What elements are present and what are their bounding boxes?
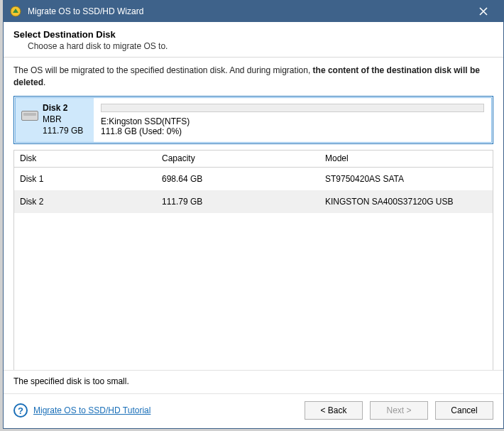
content-area: Select Destination Disk Choose a hard di… — [4, 22, 503, 428]
usage-bar — [101, 104, 484, 112]
help-area: ? Migrate OS to SSD/HD Tutorial — [13, 403, 305, 418]
page-title: Select Destination Disk — [13, 29, 493, 40]
cell-model: KINGSTON SA400S37120G USB — [319, 197, 493, 207]
back-button[interactable]: < Back — [305, 401, 363, 420]
status-message: The specified disk is too small. — [4, 370, 503, 394]
selected-disk-inner: Disk 2 MBR 111.79 GB E:Kingston SSD(NTFS… — [15, 97, 492, 143]
cell-disk: Disk 2 — [14, 197, 156, 207]
window-title: Migrate OS to SSD/HD Wizard — [28, 6, 469, 16]
partition-usage: 111.8 GB (Used: 0%) — [101, 126, 484, 136]
page-subtitle: Choose a hard disk to migrate OS to. — [13, 40, 493, 51]
cell-disk: Disk 1 — [14, 174, 156, 184]
wizard-window: Migrate OS to SSD/HD Wizard Select Desti… — [3, 0, 504, 429]
selected-disk-scheme: MBR — [43, 114, 83, 125]
col-header-disk[interactable]: Disk — [14, 153, 156, 163]
cell-model: ST9750420AS SATA — [319, 174, 493, 184]
header-section: Select Destination Disk Choose a hard di… — [4, 22, 503, 58]
selected-disk-size: 111.79 GB — [43, 125, 83, 136]
button-row: < Back Next > Cancel — [305, 401, 493, 420]
partition-label: E:Kingston SSD(NTFS) — [101, 116, 484, 126]
close-button[interactable] — [469, 1, 498, 22]
warning-text: The OS will be migrated to the specified… — [4, 58, 503, 94]
selected-disk-details: E:Kingston SSD(NTFS) 111.8 GB (Used: 0%) — [94, 98, 491, 142]
col-header-model[interactable]: Model — [319, 153, 493, 163]
col-header-capacity[interactable]: Capacity — [156, 153, 319, 163]
next-button[interactable]: Next > — [370, 401, 428, 420]
table-header: Disk Capacity Model — [14, 151, 493, 168]
selected-disk-name: Disk 2 — [43, 102, 83, 114]
app-icon — [9, 5, 22, 18]
disk-table: Disk Capacity Model Disk 1 698.64 GB ST9… — [13, 150, 493, 370]
titlebar: Migrate OS to SSD/HD Wizard — [4, 1, 503, 22]
warning-suffix: . — [43, 77, 45, 87]
disk-icon — [21, 111, 38, 121]
help-icon: ? — [13, 403, 28, 418]
close-icon — [479, 7, 488, 16]
table-row[interactable]: Disk 1 698.64 GB ST9750420AS SATA — [14, 168, 493, 190]
selected-disk-info: Disk 2 MBR 111.79 GB — [43, 102, 83, 137]
selected-disk-summary: Disk 2 MBR 111.79 GB — [16, 98, 94, 142]
cell-capacity: 111.79 GB — [156, 197, 319, 207]
tutorial-link[interactable]: Migrate OS to SSD/HD Tutorial — [33, 405, 150, 415]
cancel-button[interactable]: Cancel — [435, 401, 493, 420]
table-body: Disk 1 698.64 GB ST9750420AS SATA Disk 2… — [14, 168, 493, 370]
footer: ? Migrate OS to SSD/HD Tutorial < Back N… — [4, 394, 503, 428]
table-row[interactable]: Disk 2 111.79 GB KINGSTON SA400S37120G U… — [14, 190, 493, 213]
cell-capacity: 698.64 GB — [156, 174, 319, 184]
selected-disk-panel: Disk 2 MBR 111.79 GB E:Kingston SSD(NTFS… — [13, 96, 493, 144]
warning-prefix: The OS will be migrated to the specified… — [13, 65, 313, 75]
